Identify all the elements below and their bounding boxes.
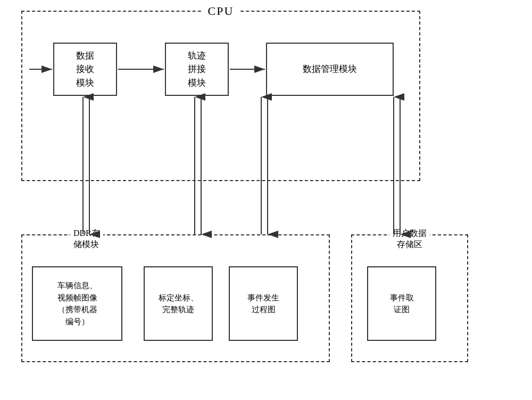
module-evidence: 事件取证图: [367, 266, 436, 341]
ddr-label: DDR存储模块: [70, 228, 103, 250]
module-vehicle: 车辆信息、视频帧图像（携带机器编号）: [32, 266, 122, 341]
module-data-recv-label: 数据接收模块: [76, 49, 94, 90]
cpu-label: CPU: [203, 4, 239, 18]
module-traj-join: 轨迹拼接模块: [165, 43, 229, 96]
module-traj-join-label: 轨迹拼接模块: [188, 49, 206, 90]
module-event-label: 事件发生过程图: [247, 292, 279, 316]
diagram: CPU DDR存储模块 用户数据存储区 数据接收模块 轨迹拼接模块 数据管理模块…: [21, 11, 511, 389]
module-event: 事件发生过程图: [229, 266, 298, 341]
module-calib: 标定坐标、完整轨迹: [144, 266, 213, 341]
module-evidence-label: 事件取证图: [390, 292, 414, 316]
module-vehicle-label: 车辆信息、视频帧图像（携带机器编号）: [57, 280, 97, 328]
cpu-box: CPU: [21, 11, 420, 181]
module-data-mgmt-label: 数据管理模块: [303, 62, 357, 76]
module-data-mgmt: 数据管理模块: [266, 43, 394, 96]
userdata-label: 用户数据存储区: [389, 228, 430, 250]
module-calib-label: 标定坐标、完整轨迹: [159, 292, 198, 316]
module-data-recv: 数据接收模块: [53, 43, 117, 96]
